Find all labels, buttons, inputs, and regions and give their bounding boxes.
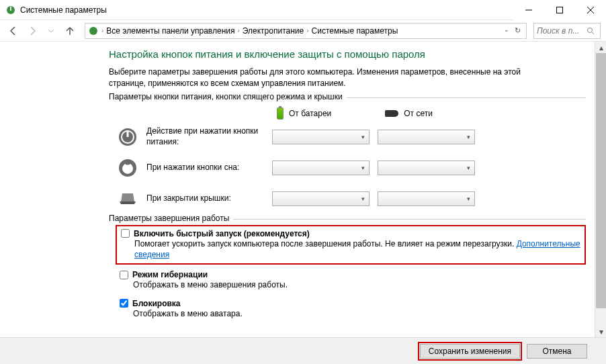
lock-option: Блокировка Отображать в меню аватара. <box>116 296 586 322</box>
control-panel-icon <box>88 26 99 36</box>
chevron-down-icon: ▾ <box>467 165 470 171</box>
battery-icon <box>277 107 284 120</box>
setting-label: Действие при нажатии кнопки питания: <box>146 126 264 147</box>
scroll-thumb[interactable] <box>596 53 606 308</box>
close-button[interactable] <box>575 0 606 20</box>
option-desc: Отображать в меню завершения работы. <box>133 279 582 291</box>
ac-column-header: От сети <box>385 107 433 120</box>
svg-rect-1 <box>10 7 11 11</box>
svg-rect-3 <box>557 7 563 13</box>
sleep-button-ac-dropdown[interactable]: ▾ <box>378 161 475 175</box>
lid-battery-dropdown[interactable]: ▾ <box>272 191 370 206</box>
button-settings-group: Параметры кнопки питания, кнопки спящего… <box>109 97 586 210</box>
breadcrumb-item[interactable]: Системные параметры <box>312 26 398 36</box>
chevron-right-icon: › <box>306 27 308 34</box>
footer: Сохранить изменения Отмена <box>0 337 606 364</box>
chevron-down-icon: ▾ <box>361 134 365 140</box>
plug-icon <box>385 110 398 117</box>
scroll-up-button[interactable]: ▴ <box>595 42 606 53</box>
search-icon <box>587 27 595 35</box>
titlebar: Системные параметры <box>0 0 606 20</box>
setting-label: При закрытии крышки: <box>146 193 264 204</box>
option-desc: Отображать в меню аватара. <box>133 308 582 320</box>
laptop-lid-icon <box>117 188 138 210</box>
toolbar: › Все элементы панели управления › Элект… <box>0 20 606 42</box>
power-button-ac-dropdown[interactable]: ▾ <box>378 130 475 144</box>
power-options-icon <box>5 5 16 15</box>
shutdown-settings-group: Параметры завершения работы Включить быс… <box>109 219 586 322</box>
svg-line-8 <box>592 32 594 34</box>
breadcrumb-item[interactable]: Все элементы панели управления <box>106 26 234 36</box>
refresh-icon[interactable]: ↻ <box>515 26 521 35</box>
group-legend: Параметры завершения работы <box>109 214 233 223</box>
power-button-row: Действие при нажатии кнопки питания: ▾ ▾ <box>109 126 586 148</box>
option-title: Включить быстрый запуск (рекомендуется) <box>134 229 310 238</box>
sleep-button-icon <box>117 157 138 179</box>
hibernate-option: Режим гибернации Отображать в меню завер… <box>116 267 586 293</box>
sleep-button-row: При нажатии кнопки сна: ▾ ▾ <box>109 157 586 179</box>
fast-startup-checkbox[interactable] <box>121 229 130 238</box>
power-button-icon <box>117 126 138 148</box>
search-box[interactable] <box>533 23 601 39</box>
content-area: Настройка кнопок питания и включение защ… <box>0 42 606 337</box>
group-legend: Параметры кнопки питания, кнопки спящего… <box>109 92 347 101</box>
forward-button[interactable] <box>24 23 40 39</box>
option-title: Блокировка <box>132 299 181 308</box>
chevron-down-icon: ▾ <box>467 134 470 140</box>
breadcrumb[interactable]: › Все элементы панели управления › Элект… <box>85 23 527 39</box>
option-title: Режим гибернации <box>132 270 208 279</box>
chevron-down-icon: ▾ <box>467 195 470 202</box>
chevron-right-icon: › <box>237 27 239 34</box>
back-button[interactable] <box>5 23 21 39</box>
cancel-button[interactable]: Отмена <box>527 344 587 359</box>
page-title: Настройка кнопок питания и включение защ… <box>109 48 586 60</box>
scroll-down-button[interactable]: ▾ <box>595 326 606 337</box>
hibernate-checkbox[interactable] <box>120 271 128 279</box>
option-desc: Помогает ускорить запуск компьютера посл… <box>134 238 580 261</box>
window-controls <box>513 0 606 20</box>
search-input[interactable] <box>537 26 584 36</box>
sleep-button-battery-dropdown[interactable]: ▾ <box>272 161 370 175</box>
vertical-scrollbar[interactable]: ▴ ▾ <box>595 42 606 337</box>
chevron-down-icon[interactable]: ⌄ <box>504 26 509 35</box>
recent-dropdown[interactable] <box>43 23 59 39</box>
chevron-down-icon: ▾ <box>361 165 365 171</box>
setting-label: При нажатии кнопки сна: <box>146 163 264 173</box>
lid-ac-dropdown[interactable]: ▾ <box>378 191 475 206</box>
save-button[interactable]: Сохранить изменения <box>420 344 520 359</box>
lid-close-row: При закрытии крышки: ▾ ▾ <box>109 188 586 210</box>
power-button-battery-dropdown[interactable]: ▾ <box>272 130 370 144</box>
lock-checkbox[interactable] <box>120 299 128 308</box>
svg-point-6 <box>89 27 97 35</box>
svg-point-7 <box>588 28 593 32</box>
minimize-button[interactable] <box>513 0 544 20</box>
window-title: Системные параметры <box>20 5 513 15</box>
intro-text: Выберите параметры завершения работы для… <box>109 66 552 89</box>
svg-rect-11 <box>127 130 129 137</box>
maximize-button[interactable] <box>544 0 575 20</box>
battery-column-header: От батареи <box>277 107 331 120</box>
fast-startup-option: Включить быстрый запуск (рекомендуется) … <box>116 225 586 265</box>
chevron-down-icon: ▾ <box>361 195 365 202</box>
up-button[interactable] <box>62 23 78 39</box>
breadcrumb-item[interactable]: Электропитание <box>243 26 304 36</box>
chevron-right-icon: › <box>101 27 103 34</box>
